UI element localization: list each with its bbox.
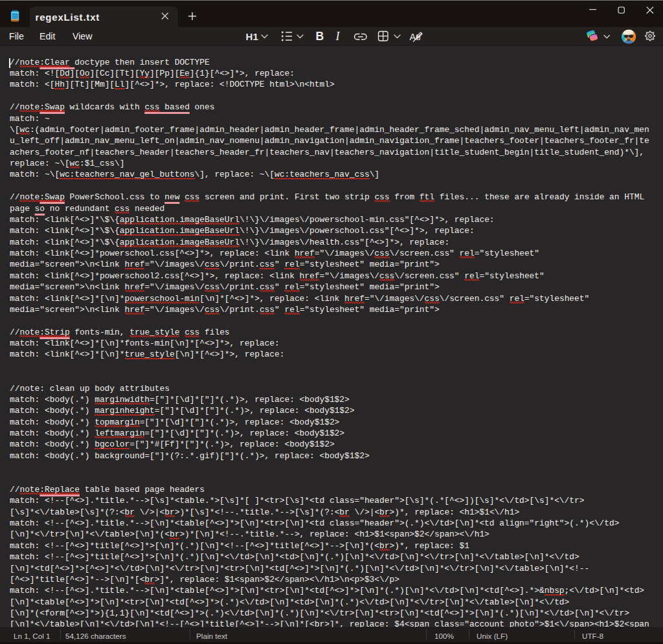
svg-text:H1: H1 (246, 31, 259, 42)
svg-text:I: I (335, 30, 341, 43)
svg-text:B: B (316, 30, 324, 43)
svg-text:A: A (410, 32, 416, 42)
